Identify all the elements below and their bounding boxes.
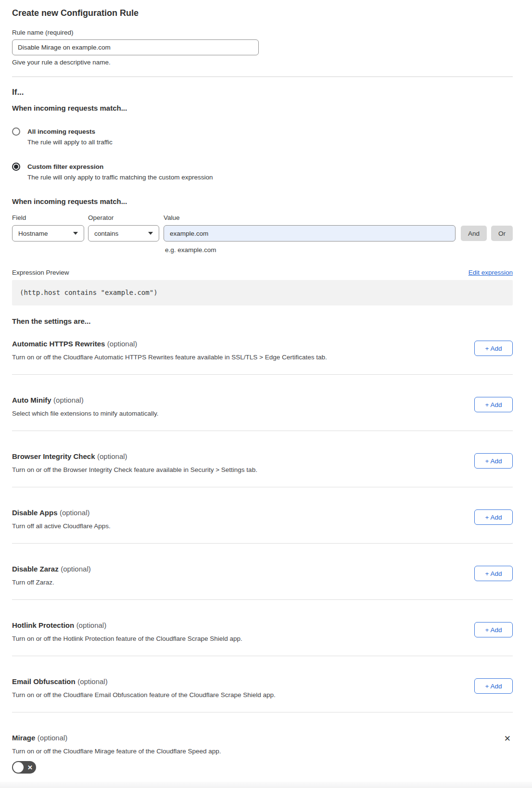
setting-optional-label: (optional): [77, 677, 108, 686]
setting-description: Turn on or off the Hotlink Protection fe…: [12, 635, 242, 643]
builder-heading: When incoming requests match...: [12, 197, 513, 206]
field-select[interactable]: Hostname: [12, 225, 84, 241]
expression-builder-row: Field Hostname Operator contains Value A…: [12, 214, 513, 241]
value-label: Value: [164, 214, 456, 222]
field-select-value: Hostname: [18, 230, 48, 237]
then-heading: Then the settings are...: [12, 317, 513, 326]
section-divider: [12, 76, 513, 77]
setting-description: Turn on or off the Cloudflare Email Obfu…: [12, 691, 276, 699]
setting-title: Browser Integrity Check: [12, 452, 95, 460]
setting-row-browser-integrity-check: Browser Integrity Check (optional) Turn …: [12, 431, 513, 487]
setting-optional-label: (optional): [97, 452, 127, 460]
setting-optional-label: (optional): [38, 734, 68, 742]
setting-title: Disable Apps: [12, 508, 57, 517]
radio-icon[interactable]: [12, 127, 20, 136]
field-label: Field: [12, 214, 84, 222]
setting-optional-label: (optional): [107, 340, 138, 348]
radio-option-custom-filter[interactable]: Custom filter expression The rule will o…: [12, 163, 513, 181]
setting-title: Automatic HTTPS Rewrites: [12, 340, 105, 348]
setting-description: Turn on or off the Browser Integrity Che…: [12, 466, 257, 474]
add-button[interactable]: + Add: [474, 509, 513, 525]
setting-row-email-obfuscation: Email Obfuscation (optional) Turn on or …: [12, 656, 513, 712]
setting-optional-label: (optional): [53, 396, 84, 404]
radio-option-all-requests[interactable]: All incoming requests The rule will appl…: [12, 127, 513, 146]
value-input[interactable]: [164, 225, 456, 241]
bottom-edge-strip: [0, 782, 532, 788]
expression-text: (http.host contains "example.com"): [20, 289, 505, 297]
radio-description: The rule will apply to all traffic: [27, 138, 113, 146]
setting-row-auto-minify: Auto Minify (optional) Select which file…: [12, 375, 513, 431]
radio-label: All incoming requests: [27, 127, 113, 136]
operator-select-value: contains: [94, 230, 118, 237]
toggle-off-icon: ✕: [27, 764, 33, 771]
match-heading: When incoming requests match...: [12, 104, 513, 113]
or-button[interactable]: Or: [491, 226, 513, 241]
rule-name-help: Give your rule a descriptive name.: [12, 59, 513, 66]
expression-preview-label: Expression Preview: [12, 269, 69, 277]
setting-description: Turn on or off the Cloudflare Mirage fea…: [12, 747, 221, 755]
chevron-down-icon: [73, 232, 78, 235]
rule-name-label: Rule name (required): [12, 29, 513, 37]
setting-description: Turn on or off the Cloudflare Automatic …: [12, 353, 327, 361]
setting-optional-label: (optional): [76, 621, 107, 629]
add-button[interactable]: + Add: [474, 622, 513, 637]
chevron-down-icon: [148, 232, 153, 235]
add-button[interactable]: + Add: [474, 566, 513, 581]
setting-description: Turn off Zaraz.: [12, 578, 91, 586]
radio-selected-icon[interactable]: [12, 163, 20, 171]
value-help-text: e.g. example.com: [165, 246, 513, 254]
setting-title: Mirage: [12, 734, 35, 742]
setting-row-disable-zaraz: Disable Zaraz (optional) Turn off Zaraz.…: [12, 544, 513, 600]
setting-title: Auto Minify: [12, 396, 51, 404]
add-button[interactable]: + Add: [474, 453, 513, 469]
operator-label: Operator: [88, 214, 159, 222]
setting-optional-label: (optional): [60, 508, 90, 517]
setting-description: Turn off all active Cloudflare Apps.: [12, 522, 111, 530]
mirage-toggle[interactable]: ✕: [12, 761, 36, 774]
setting-row-disable-apps: Disable Apps (optional) Turn off all act…: [12, 487, 513, 544]
setting-optional-label: (optional): [61, 565, 91, 573]
operator-select[interactable]: contains: [88, 225, 159, 241]
and-button[interactable]: And: [461, 226, 487, 241]
toggle-knob[interactable]: [13, 762, 24, 773]
radio-label: Custom filter expression: [27, 163, 213, 171]
if-heading: If...: [12, 87, 513, 97]
setting-title: Email Obfuscation: [12, 677, 76, 686]
setting-row-hotlink-protection: Hotlink Protection (optional) Turn on or…: [12, 600, 513, 656]
radio-description: The rule will only apply to traffic matc…: [27, 173, 213, 181]
add-button[interactable]: + Add: [474, 397, 513, 412]
setting-row-mirage: Mirage (optional) Turn on or off the Clo…: [12, 712, 513, 774]
edit-expression-link[interactable]: Edit expression: [469, 269, 513, 276]
setting-title: Hotlink Protection: [12, 621, 74, 629]
expression-preview-box: (http.host contains "example.com"): [12, 280, 513, 305]
setting-title: Disable Zaraz: [12, 565, 59, 573]
page-title: Create new Configuration Rule: [12, 8, 513, 18]
setting-row-automatic-https-rewrites: Automatic HTTPS Rewrites (optional) Turn…: [12, 326, 513, 375]
setting-description: Select which file extensions to minify a…: [12, 409, 158, 418]
add-button[interactable]: + Add: [474, 341, 513, 356]
close-icon[interactable]: ✕: [504, 735, 511, 743]
rule-name-input[interactable]: [12, 39, 259, 55]
add-button[interactable]: + Add: [474, 678, 513, 694]
